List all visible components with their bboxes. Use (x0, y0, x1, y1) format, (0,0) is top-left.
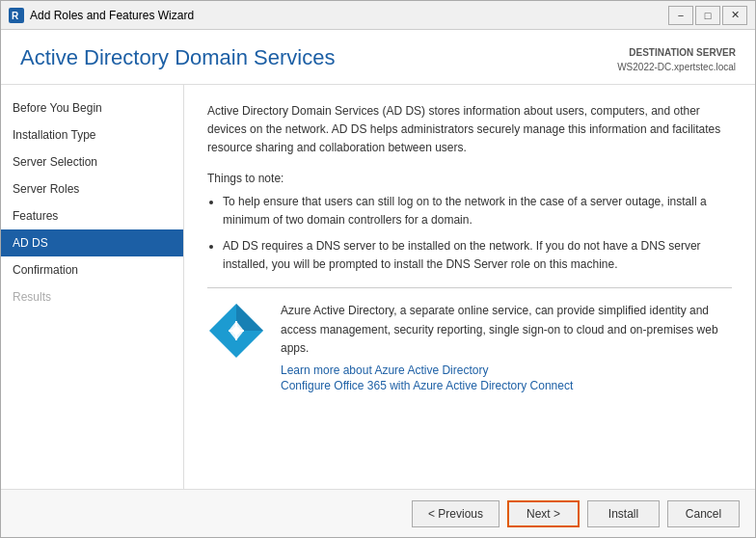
server-name: WS2022-DC.xpertstec.local (617, 60, 736, 74)
sidebar-item-confirmation[interactable]: Confirmation (1, 256, 183, 283)
titlebar-title: Add Roles and Features Wizard (30, 9, 194, 22)
wizard-window: R Add Roles and Features Wizard − □ ✕ Ac… (0, 0, 756, 538)
cancel-button[interactable]: Cancel (667, 500, 740, 527)
sidebar-item-before-you-begin[interactable]: Before You Begin (1, 94, 183, 121)
azure-section: Azure Active Directory, a separate onlin… (207, 302, 732, 394)
server-info: DESTINATION SERVER WS2022-DC.xpertstec.l… (617, 45, 736, 74)
azure-link-1[interactable]: Learn more about Azure Active Directory (281, 363, 732, 377)
footer: < Previous Next > Install Cancel (1, 489, 755, 537)
maximize-button[interactable]: □ (695, 6, 720, 25)
things-to-note-label: Things to note: (207, 172, 732, 185)
titlebar-controls: − □ ✕ (668, 6, 747, 25)
sidebar-item-server-roles[interactable]: Server Roles (1, 175, 183, 202)
sidebar-item-installation-type[interactable]: Installation Type (1, 121, 183, 148)
header: Active Directory Domain Services DESTINA… (1, 30, 755, 85)
sidebar: Before You Begin Installation Type Serve… (1, 85, 184, 489)
sidebar-item-features[interactable]: Features (1, 202, 183, 229)
sidebar-item-server-selection[interactable]: Server Selection (1, 148, 183, 175)
server-label: DESTINATION SERVER (617, 45, 736, 60)
azure-ad-icon (207, 302, 265, 360)
bullet-list: To help ensure that users can still log … (223, 193, 732, 275)
bullet-item-2: AD DS requires a DNS server to be instal… (223, 237, 732, 274)
divider (207, 287, 732, 288)
install-button[interactable]: Install (587, 500, 660, 527)
app-icon: R (9, 8, 24, 23)
bullet-item-1: To help ensure that users can still log … (223, 193, 732, 229)
azure-text: Azure Active Directory, a separate onlin… (281, 302, 732, 394)
titlebar-left: R Add Roles and Features Wizard (9, 8, 194, 23)
titlebar: R Add Roles and Features Wizard − □ ✕ (1, 1, 755, 30)
sidebar-item-results: Results (1, 283, 183, 310)
azure-description: Azure Active Directory, a separate onlin… (281, 302, 732, 358)
content-area: Active Directory Domain Services (AD DS)… (184, 85, 755, 489)
main-area: Before You Begin Installation Type Serve… (1, 85, 755, 489)
azure-link-2[interactable]: Configure Office 365 with Azure Active D… (281, 379, 732, 392)
close-button[interactable]: ✕ (722, 6, 747, 25)
page-title: Active Directory Domain Services (20, 45, 335, 70)
intro-text: Active Directory Domain Services (AD DS)… (207, 102, 732, 158)
sidebar-item-ad-ds[interactable]: AD DS (1, 229, 183, 256)
previous-button[interactable]: < Previous (412, 500, 500, 527)
svg-text:R: R (12, 11, 19, 21)
minimize-button[interactable]: − (668, 6, 693, 25)
next-button[interactable]: Next > (507, 500, 580, 527)
